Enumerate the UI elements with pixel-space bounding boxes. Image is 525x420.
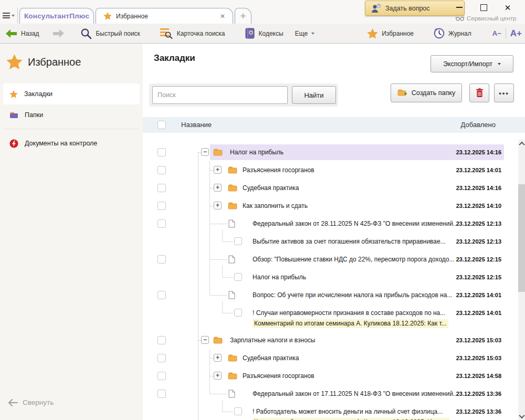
search-input[interactable] bbox=[152, 86, 288, 104]
bookmark-checkbox[interactable] bbox=[234, 237, 242, 245]
font-increase-label: A+ bbox=[510, 28, 522, 39]
tree-line bbox=[198, 215, 198, 233]
row-added-date: 23.12.2025 14:16 bbox=[456, 143, 501, 161]
sidebar-title: Избранное bbox=[6, 54, 81, 70]
folder-icon bbox=[228, 166, 237, 174]
table-row[interactable]: Федеральный закон от 17.11.2025 N 418-ФЗ… bbox=[143, 385, 518, 403]
tree-expander-minus-icon[interactable]: − bbox=[201, 336, 209, 344]
tree-line bbox=[198, 403, 198, 420]
table-row[interactable]: Обзор: "Повышение ставки НДС до 22%, пер… bbox=[143, 250, 518, 268]
export-import-button[interactable]: Экспорт/Импорт bbox=[430, 55, 513, 72]
tree-expander-plus-icon[interactable]: + bbox=[214, 372, 222, 380]
tab-favorites[interactable]: Избранное ✕ bbox=[96, 8, 233, 24]
table-row[interactable]: ! Случаи неправомерности признания в сос… bbox=[143, 304, 518, 331]
minimize-button[interactable] bbox=[447, 2, 471, 13]
more-button[interactable]: Еще bbox=[295, 30, 314, 37]
row-select-checkbox[interactable] bbox=[158, 291, 166, 299]
select-all-checkbox[interactable] bbox=[158, 121, 166, 129]
tree-line bbox=[222, 412, 233, 412]
plus-icon: ✛ bbox=[240, 12, 246, 20]
vertical-scrollbar[interactable] bbox=[518, 140, 525, 420]
search-card-button[interactable]: Карточка поиска bbox=[160, 28, 225, 39]
scroll-up-arrow-icon[interactable] bbox=[518, 140, 525, 148]
table-row[interactable]: −Зарплатные налоги и взносы23.12.2025 15… bbox=[143, 331, 518, 349]
table-row[interactable]: +Судебная практика23.12.2025 15:03 bbox=[143, 349, 518, 367]
table-row[interactable]: +Разъяснения госорганов23.12.2025 14:01 bbox=[143, 161, 518, 179]
tree-expander-plus-icon[interactable]: + bbox=[214, 202, 222, 209]
scrollbar-thumb[interactable] bbox=[518, 184, 525, 292]
table-row[interactable]: +Судебная практика23.12.2025 14:16 bbox=[143, 179, 518, 197]
row-comment-highlighted: Комментарий по итогам семинара А. Кулико… bbox=[253, 418, 449, 420]
row-select-checkbox[interactable] bbox=[158, 390, 166, 398]
table-row[interactable]: Налог на прибыль23.12.2025 12:15 bbox=[143, 268, 518, 286]
maximize-button[interactable] bbox=[471, 2, 496, 13]
sidebar-item-bookmarks[interactable]: Закладки bbox=[3, 83, 140, 104]
row-select-checkbox[interactable] bbox=[158, 148, 166, 156]
journal-button[interactable]: Журнал bbox=[434, 28, 471, 39]
folder-icon bbox=[9, 111, 18, 119]
favorites-button[interactable]: Избранное bbox=[367, 28, 414, 39]
tree-expander-plus-icon[interactable]: + bbox=[214, 354, 222, 362]
row-select-checkbox[interactable] bbox=[158, 255, 166, 264]
table-row[interactable]: +Как заполнить и сдать23.12.2025 14:10 bbox=[143, 197, 518, 215]
quick-search-button[interactable]: Быстрый поиск bbox=[80, 28, 140, 39]
delete-button[interactable] bbox=[469, 83, 489, 102]
row-select-checkbox[interactable] bbox=[158, 336, 166, 344]
document-icon bbox=[228, 219, 235, 228]
sidebar-item-documents-on-control[interactable]: Документы на контроле bbox=[3, 133, 140, 154]
font-increase-button[interactable]: A+ bbox=[510, 28, 522, 39]
find-button[interactable]: Найти bbox=[292, 86, 336, 104]
close-button[interactable]: ✕ bbox=[496, 2, 520, 13]
service-center-link[interactable]: Сервисный центр bbox=[456, 14, 525, 23]
table-row[interactable]: −Налог на прибыль23.12.2025 14:16 bbox=[143, 143, 518, 161]
tree-line bbox=[198, 268, 198, 286]
back-button[interactable]: Назад bbox=[5, 29, 39, 38]
row-select-checkbox[interactable] bbox=[158, 184, 166, 192]
folder-icon bbox=[228, 184, 237, 192]
tree-line bbox=[222, 400, 223, 412]
sidebar-item-folders[interactable]: Папки bbox=[3, 104, 140, 125]
scroll-down-arrow-icon[interactable] bbox=[518, 412, 525, 420]
table-row[interactable]: Вопрос: Об учете при исчислении налога н… bbox=[143, 286, 518, 304]
codes-button[interactable]: Кодексы bbox=[245, 28, 284, 39]
tree-line bbox=[198, 197, 198, 215]
find-label: Найти bbox=[304, 91, 323, 99]
table-row[interactable]: Выбытие активов за счет погашения обязат… bbox=[143, 233, 518, 250]
more-actions-button[interactable]: ••• bbox=[494, 83, 514, 102]
folder-plus-icon bbox=[397, 89, 407, 97]
more-label: Еще bbox=[295, 30, 308, 37]
bookmark-checkbox[interactable] bbox=[234, 407, 242, 415]
tab-brand[interactable]: КонсультантПлюс bbox=[19, 8, 94, 24]
row-added-date: 23.12.2025 13:36 bbox=[456, 403, 501, 420]
tab-close-icon[interactable]: ✕ bbox=[220, 13, 225, 20]
row-added-date: 23.12.2025 15:03 bbox=[456, 331, 501, 349]
bookmark-checkbox[interactable] bbox=[234, 273, 242, 281]
row-select-checkbox[interactable] bbox=[158, 166, 166, 174]
row-label: Разъяснения госорганов bbox=[243, 161, 314, 179]
table-row[interactable]: +Разъяснения госорганов23.12.2025 14:58 bbox=[143, 367, 518, 385]
sidebar-item-label: Папки bbox=[25, 111, 43, 119]
row-select-checkbox[interactable] bbox=[158, 219, 166, 228]
table-row[interactable]: Федеральный закон от 28.11.2025 N 425-ФЗ… bbox=[143, 215, 518, 233]
table-row[interactable]: ! Работодатель может вносить деньги на л… bbox=[143, 403, 518, 420]
tree-expander-plus-icon[interactable]: + bbox=[214, 184, 222, 192]
tree-expander-plus-icon[interactable]: + bbox=[214, 166, 222, 174]
create-folder-button[interactable]: Создать папку bbox=[391, 83, 462, 102]
row-added-date: 23.12.2025 15:03 bbox=[456, 349, 501, 367]
tree-line bbox=[209, 233, 210, 250]
star-icon bbox=[103, 12, 112, 20]
new-tab-button[interactable]: ✛ bbox=[235, 8, 251, 24]
forward-button[interactable] bbox=[52, 29, 65, 38]
row-select-checkbox[interactable] bbox=[158, 202, 166, 210]
sidebar-item-label: Документы на контроле bbox=[25, 140, 97, 147]
row-select-checkbox[interactable] bbox=[158, 372, 166, 380]
font-decrease-button[interactable]: A− bbox=[492, 29, 501, 37]
tree-line bbox=[198, 152, 198, 161]
control-bolt-icon bbox=[9, 139, 18, 148]
tree-expander-minus-icon[interactable]: − bbox=[201, 148, 209, 156]
bookmark-checkbox[interactable] bbox=[234, 309, 242, 317]
main-menu-button[interactable] bbox=[0, 8, 18, 23]
row-select-checkbox[interactable] bbox=[158, 354, 166, 362]
collapse-sidebar-button[interactable]: Свернуть bbox=[8, 398, 54, 406]
clock-icon bbox=[434, 28, 445, 39]
